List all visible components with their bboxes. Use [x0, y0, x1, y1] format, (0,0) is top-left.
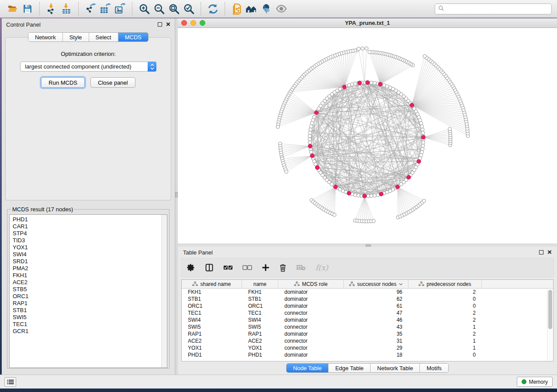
- network-node[interactable]: [423, 55, 426, 58]
- mcds-result-item[interactable]: ACE2: [13, 279, 167, 286]
- column-header-name[interactable]: name: [242, 280, 278, 288]
- network-node[interactable]: [334, 185, 338, 189]
- refresh-layout-icon[interactable]: [205, 2, 220, 15]
- run-mcds-button[interactable]: Run MCDS: [41, 77, 85, 88]
- network-window-titlebar[interactable]: YPA_prune.txt_1: [178, 18, 557, 28]
- table-row[interactable]: RAP1RAP1dominator352: [182, 330, 553, 337]
- network-node[interactable]: [448, 127, 452, 131]
- export-network-icon[interactable]: [83, 2, 98, 15]
- mcds-result-item[interactable]: YOX1: [13, 244, 167, 251]
- create-column-plus-icon[interactable]: [262, 264, 270, 272]
- network-node[interactable]: [373, 194, 377, 197]
- close-panel-button[interactable]: Close panel: [90, 77, 135, 88]
- network-node[interactable]: [370, 81, 373, 84]
- network-node[interactable]: [358, 81, 362, 85]
- tab-node-table[interactable]: Node Table: [287, 364, 329, 372]
- network-node[interactable]: [308, 144, 312, 148]
- network-node[interactable]: [357, 47, 360, 51]
- delete-column-trash-icon[interactable]: [279, 264, 287, 272]
- tab-motifs[interactable]: Motifs: [420, 364, 448, 372]
- horizontal-splitter[interactable]: [178, 244, 557, 247]
- network-node[interactable]: [361, 47, 364, 50]
- network-node[interactable]: [308, 131, 312, 134]
- zoom-out-icon[interactable]: [152, 2, 166, 15]
- window-maximize-icon[interactable]: [200, 20, 205, 26]
- network-node[interactable]: [379, 192, 383, 196]
- table-row[interactable]: TEC1TEC1connector472: [182, 309, 553, 316]
- network-node[interactable]: [366, 80, 370, 84]
- column-header-mcds-role[interactable]: MCDS role: [278, 280, 344, 288]
- export-table-icon[interactable]: [98, 2, 113, 15]
- network-node[interactable]: [421, 135, 425, 139]
- import-network-file-icon[interactable]: [44, 2, 59, 15]
- control-panel-close-icon[interactable]: ×: [166, 22, 170, 27]
- tab-network[interactable]: Network: [28, 33, 63, 41]
- mcds-result-list[interactable]: PHD1CAR1STP4TID3YOX1SWI4SRD1PMA2FKH1ACE2…: [9, 214, 167, 368]
- network-node[interactable]: [363, 194, 367, 198]
- tab-style[interactable]: Style: [63, 33, 89, 41]
- window-close-icon[interactable]: [181, 20, 187, 26]
- mcds-result-item[interactable]: SRD1: [13, 258, 167, 265]
- network-node[interactable]: [353, 193, 357, 196]
- network-node[interactable]: [308, 138, 311, 141]
- network-node[interactable]: [420, 150, 424, 154]
- tab-edge-table[interactable]: Edge Table: [329, 364, 370, 372]
- network-node[interactable]: [378, 82, 382, 86]
- horizontal-splitter-handle[interactable]: [366, 244, 371, 247]
- hide-eye-icon[interactable]: [274, 2, 289, 15]
- save-session-icon[interactable]: [20, 2, 35, 15]
- mcds-result-item[interactable]: STB1: [13, 307, 167, 314]
- network-node[interactable]: [421, 131, 425, 134]
- table-scrollbar-thumb[interactable]: [548, 290, 552, 329]
- table-row[interactable]: SWI5SWI5connector431: [182, 323, 553, 330]
- zoom-fit-icon[interactable]: [166, 2, 181, 15]
- mcds-list-scrollbar[interactable]: [161, 215, 167, 368]
- network-node[interactable]: [417, 159, 421, 163]
- network-node[interactable]: [356, 194, 360, 197]
- network-node[interactable]: [353, 82, 357, 86]
- network-from-clipboard-icon[interactable]: [229, 2, 244, 15]
- network-node[interactable]: [421, 128, 424, 131]
- deselect-all-rows-icon[interactable]: [242, 264, 252, 271]
- mcds-result-item[interactable]: TID3: [13, 237, 167, 244]
- network-node[interactable]: [309, 125, 313, 128]
- network-node[interactable]: [333, 213, 336, 217]
- show-all-networks-icon[interactable]: [244, 2, 259, 15]
- column-header-successor-nodes[interactable]: successor nodes: [344, 280, 408, 288]
- network-node[interactable]: [347, 191, 351, 195]
- table-row[interactable]: FKH1FKH1dominator962: [182, 289, 553, 296]
- network-node[interactable]: [421, 147, 424, 151]
- network-node[interactable]: [310, 154, 314, 158]
- network-node[interactable]: [308, 141, 311, 144]
- table-row[interactable]: ORC1ORC1dominator610: [182, 303, 553, 309]
- column-header-predecessor-nodes[interactable]: predecessor nodes: [408, 280, 482, 288]
- network-canvas[interactable]: [178, 28, 557, 244]
- table-panel-float-icon[interactable]: [539, 250, 543, 254]
- network-node[interactable]: [367, 194, 370, 198]
- table-scrollbar[interactable]: [547, 289, 553, 361]
- memory-button[interactable]: Memory: [517, 377, 553, 387]
- control-panel-float-icon[interactable]: [158, 22, 162, 27]
- network-node[interactable]: [315, 165, 319, 169]
- network-node[interactable]: [395, 185, 399, 189]
- mcds-result-item[interactable]: PHD1: [13, 216, 167, 223]
- network-node[interactable]: [421, 144, 425, 148]
- table-panel-close-icon[interactable]: ×: [547, 250, 552, 254]
- table-row[interactable]: STB1STB1dominator620: [182, 296, 553, 303]
- mcds-result-item[interactable]: GCR1: [13, 328, 167, 335]
- network-node[interactable]: [276, 125, 280, 128]
- mcds-result-item[interactable]: SWI5: [13, 314, 167, 321]
- table-row[interactable]: PHD1PHD1dominator180: [182, 351, 553, 358]
- network-node[interactable]: [368, 50, 371, 54]
- network-node[interactable]: [284, 170, 288, 173]
- network-node[interactable]: [372, 219, 375, 223]
- mcds-result-item[interactable]: RAP1: [13, 300, 167, 307]
- network-node[interactable]: [410, 103, 414, 107]
- network-node[interactable]: [376, 193, 380, 196]
- table-row[interactable]: SWI4SWI4dominator462: [182, 316, 553, 323]
- tab-select[interactable]: Select: [89, 33, 118, 41]
- network-node[interactable]: [370, 194, 373, 198]
- table-settings-gear-icon[interactable]: [187, 263, 195, 272]
- network-node[interactable]: [309, 128, 312, 131]
- mcds-result-item[interactable]: CAR1: [13, 223, 167, 230]
